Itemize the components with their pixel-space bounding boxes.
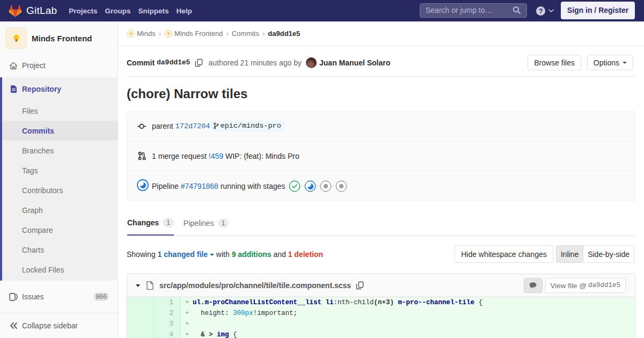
svg-text:?: ? — [539, 7, 543, 14]
